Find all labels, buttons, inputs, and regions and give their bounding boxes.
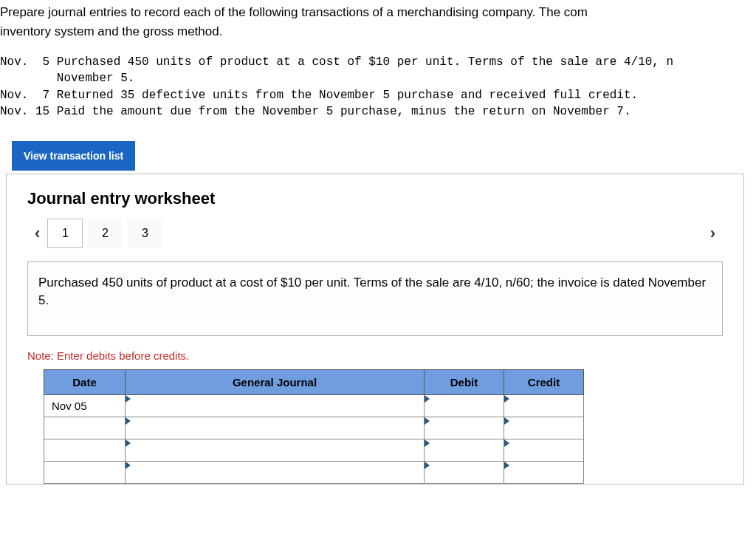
date-cell[interactable]: [44, 417, 126, 439]
chevron-right-icon[interactable]: ›: [703, 224, 723, 243]
debit-cell[interactable]: [425, 439, 504, 461]
debit-cell[interactable]: [425, 394, 504, 417]
header-date: Date: [44, 369, 126, 394]
view-transaction-list-button[interactable]: View transaction list: [12, 141, 135, 171]
header-credit: Credit: [504, 369, 584, 394]
date-cell[interactable]: [44, 439, 126, 461]
general-journal-cell[interactable]: [126, 461, 425, 483]
credit-cell[interactable]: [504, 439, 584, 461]
general-journal-cell[interactable]: [126, 417, 425, 439]
general-journal-cell[interactable]: [126, 439, 425, 461]
transaction-list-text: Nov. 5 Purchased 450 units of product at…: [0, 54, 756, 120]
worksheet-pager: ‹ 1 2 3 ›: [7, 219, 743, 248]
tab-1[interactable]: 1: [47, 219, 83, 248]
header-debit: Debit: [425, 369, 504, 394]
tab-2[interactable]: 2: [87, 219, 123, 248]
date-cell[interactable]: Nov 05: [44, 394, 126, 417]
debit-credit-note: Note: Enter debits before credits.: [27, 349, 723, 362]
intro-line2: inventory system and the gross method.: [0, 24, 222, 38]
worksheet-title: Journal entry worksheet: [7, 189, 743, 208]
general-journal-cell[interactable]: [126, 394, 425, 417]
table-row: [44, 417, 584, 439]
credit-cell[interactable]: [504, 461, 584, 483]
entry-description: Purchased 450 units of product at a cost…: [27, 261, 723, 336]
table-row: [44, 461, 584, 483]
intro-line1: Prepare journal entries to record each o…: [0, 5, 588, 19]
journal-entry-worksheet: Journal entry worksheet ‹ 1 2 3 › Purcha…: [6, 174, 744, 485]
journal-entry-table: Date General Journal Debit Credit Nov 05: [44, 369, 584, 484]
credit-cell[interactable]: [504, 394, 584, 417]
table-row: Nov 05: [44, 394, 584, 417]
credit-cell[interactable]: [504, 417, 584, 439]
question-intro: Prepare journal entries to record each o…: [0, 0, 756, 54]
pager-left-group: ‹ 1 2 3: [27, 219, 167, 248]
date-cell[interactable]: [44, 461, 126, 483]
tab-3[interactable]: 3: [127, 219, 162, 248]
chevron-left-icon[interactable]: ‹: [27, 224, 47, 243]
debit-cell[interactable]: [425, 417, 504, 439]
debit-cell[interactable]: [425, 461, 504, 483]
header-general-journal: General Journal: [126, 369, 425, 394]
table-row: [44, 439, 584, 461]
